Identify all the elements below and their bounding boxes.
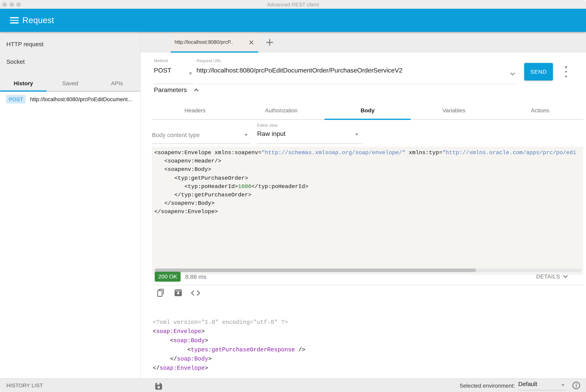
tab-variables[interactable]: Variables [411,101,497,119]
send-button[interactable]: SEND [524,63,553,80]
code-toggle-icon[interactable] [190,288,201,298]
sidebar-menu: HTTP request Socket History Saved APIs [0,32,140,92]
request-tab-indicator [171,51,258,52]
sidebar-active-tab-indicator [0,90,47,92]
tab-authorization[interactable]: Authorization [238,101,324,119]
dropdown-triangle-icon [561,384,564,386]
app-window: Advanced REST client Request HTTP reques… [0,0,586,392]
save-icon[interactable] [154,381,164,391]
parameters-title: Parameters [154,86,187,94]
sidebar-tabs: History Saved APIs [0,75,140,92]
sidebar-item-http-request[interactable]: HTTP request [0,35,140,52]
method-value: POST [154,67,194,74]
editor-view-dropdown[interactable]: Editor view Raw input [257,123,362,144]
method-badge: POST [6,95,26,104]
request-body-editor[interactable]: <soapenv:Envelope xmlns:soapenv="http://… [152,146,583,275]
request-tab[interactable]: http://localhost:8080/prcP.. [171,32,258,52]
sidebar-item-socket[interactable]: Socket [0,52,140,70]
request-tabstrip: http://localhost:8080/prcP.. [141,32,586,52]
method-dropdown[interactable]: Method POST [154,58,194,84]
chevron-up-icon [194,88,199,92]
response-time: 8.86 ms [185,273,207,280]
request-body-code: <soapenv:Envelope xmlns:soapenv="http://… [152,146,583,218]
response-divider [153,285,583,285]
history-item-url: http://localhost:8080/prcPoEditDocument.… [30,96,132,102]
details-toggle[interactable]: DETAILS [536,273,568,280]
info-icon[interactable] [572,381,580,390]
hamburger-icon[interactable] [10,17,19,24]
editor-view-underline [257,143,362,144]
request-url-input[interactable]: Request URL http://localhost:8080/prcPoE… [197,58,516,84]
details-label: DETAILS [536,273,560,280]
tab-history[interactable]: History [0,75,47,92]
body-content-type-placeholder: Body content type [152,132,250,138]
chevron-down-icon[interactable] [510,70,515,77]
dropdown-triangle-icon [189,72,192,75]
main-panel: http://localhost:8080/prcP.. Method POST [141,32,586,378]
dropdown-triangle-icon [355,134,358,136]
archive-icon[interactable] [173,288,183,298]
request-editor-content: Method POST Request URL http://localhost… [141,52,586,378]
parameters-toggle[interactable]: Parameters [154,86,199,94]
window-title: Advanced REST client [0,2,586,7]
page-title: Request [22,16,54,25]
kebab-menu-icon[interactable] [564,66,568,77]
environment-area: Selected environment: Default [459,380,586,390]
editor-view-label: Editor view [257,123,362,128]
method-label: Method [154,58,194,63]
tab-headers[interactable]: Headers [152,101,238,119]
history-list-item[interactable]: POST http://localhost:8080/prcPoEditDocu… [0,92,140,107]
window-titlebar: Advanced REST client [0,0,586,9]
environment-label: Selected environment: [459,382,515,388]
close-icon[interactable] [248,39,254,46]
request-url-label: Request URL [197,58,516,63]
tab-apis[interactable]: APIs [94,75,140,92]
dropdown-triangle-icon [244,134,248,136]
request-url-value: http://localhost:8080/prcPoEditDocumentO… [197,67,516,74]
request-url-underline [197,84,516,84]
chevron-down-icon [563,275,568,278]
parameters-tabs: Headers Authorization Body Variables Act… [152,101,583,120]
tab-body[interactable]: Body [324,101,411,119]
copy-icon[interactable] [156,288,166,298]
history-list: POST http://localhost:8080/prcPoEditDocu… [0,92,140,378]
editor-view-value: Raw input [257,130,362,138]
workspace: HTTP request Socket History Saved APIs P… [0,32,586,378]
app-toolbar: Request [0,9,586,32]
plus-icon[interactable] [266,38,273,46]
history-list-label: HISTORY LIST [0,382,43,388]
parameters-active-tab-indicator [324,119,411,120]
response-body-code: <?xml version="1.0" encoding="utf-8" ?><… [153,318,305,373]
environment-dropdown[interactable]: Default [518,380,566,390]
tab-saved[interactable]: Saved [47,75,94,92]
environment-value: Default [518,380,537,387]
bottom-statusbar: HISTORY LIST Selected environment: Defau… [0,378,586,392]
sidebar: HTTP request Socket History Saved APIs P… [0,32,141,378]
method-underline [154,84,194,84]
request-tab-label: http://localhost:8080/prcP.. [175,40,245,45]
response-toolbar [156,288,201,298]
body-content-type-underline [152,143,250,144]
response-status-row: 200 OK 8.86 ms DETAILS [152,271,583,282]
tab-actions[interactable]: Actions [497,101,583,119]
status-badge: 200 OK [155,272,181,282]
body-content-type-dropdown[interactable]: Body content type [152,128,250,144]
